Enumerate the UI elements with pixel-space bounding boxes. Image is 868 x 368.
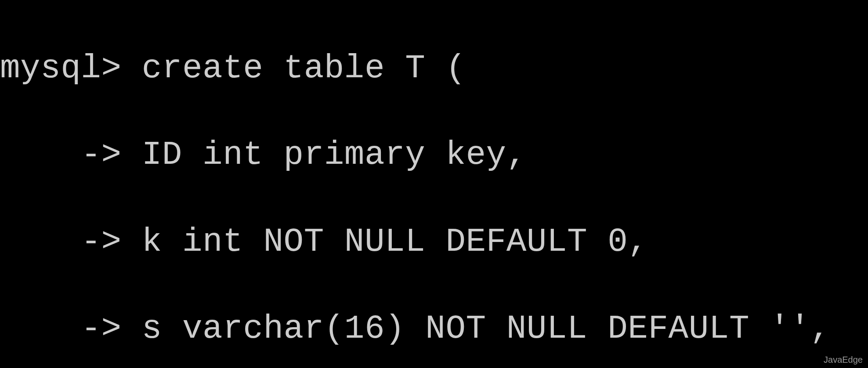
continuation-prompt: ->: [0, 310, 142, 348]
sql-text: s varchar(16) NOT NULL DEFAULT '',: [142, 310, 831, 348]
watermark: JavaEdge: [824, 354, 863, 365]
sql-line: mysql> create table T (: [0, 47, 868, 90]
sql-text: ID int primary key,: [142, 136, 527, 174]
continuation-prompt: ->: [0, 136, 142, 174]
sql-text: create table T (: [142, 50, 466, 87]
terminal-output: mysql> create table T ( -> ID int primar…: [0, 4, 868, 368]
sql-line: -> ID int primary key,: [0, 133, 868, 177]
sql-line: -> k int NOT NULL DEFAULT 0,: [0, 220, 868, 264]
sql-line: -> s varchar(16) NOT NULL DEFAULT '',: [0, 307, 868, 351]
prompt: mysql>: [0, 50, 142, 87]
sql-text: k int NOT NULL DEFAULT 0,: [142, 223, 648, 261]
continuation-prompt: ->: [0, 223, 142, 261]
